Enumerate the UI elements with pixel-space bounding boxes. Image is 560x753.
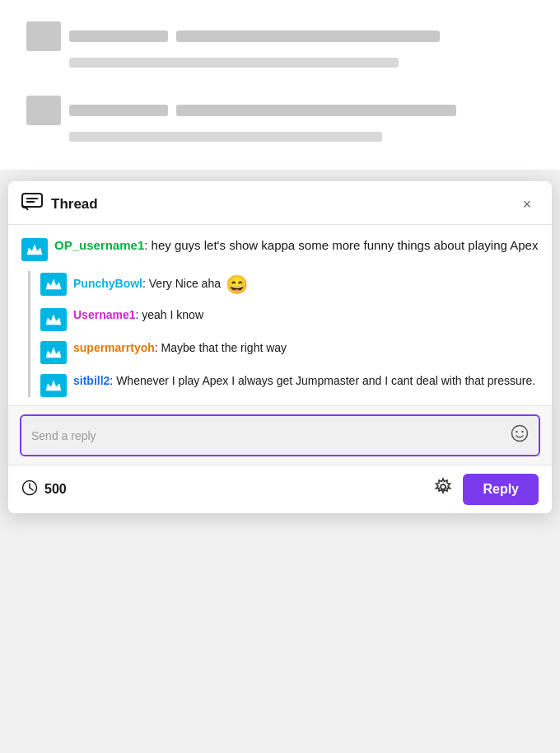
thread-chat-icon xyxy=(21,193,43,216)
username-username1: Username1 xyxy=(73,308,136,321)
reply-item-punchybowl: PunchyBowl: Very Nice aha 😄 xyxy=(40,271,539,298)
op-message: OP_username1: hey guys let's show kappa … xyxy=(21,236,539,261)
svg-point-9 xyxy=(441,484,446,489)
op-username: OP_username1 xyxy=(54,238,144,252)
thread-title: Thread xyxy=(51,196,507,213)
timer-value: 500 xyxy=(44,482,67,497)
reply-content-supermarrtyoh: : Maybe that the right way xyxy=(155,341,287,354)
emoji-picker-button[interactable] xyxy=(511,424,529,447)
username-sitbill2: sitbill2 xyxy=(73,374,110,387)
skeleton-line-2 xyxy=(176,105,456,116)
reply-item-sitbill2: sitbill2: Whenever I play Apex I always … xyxy=(40,372,539,397)
skeleton-avatar-2 xyxy=(26,96,61,125)
reply-text-sitbill2: sitbill2: Whenever I play Apex I always … xyxy=(73,372,539,390)
thread-panel: Thread × OP_username1: hey guys let's sh… xyxy=(8,181,552,513)
username-supermarrtyoh: supermarrtyoh xyxy=(73,341,155,354)
thread-footer: 500 Reply xyxy=(8,465,552,513)
reply-text-supermarrtyoh: supermarrtyoh: Maybe that the right way xyxy=(73,339,539,357)
skeleton-subline-2 xyxy=(69,132,382,142)
reply-input[interactable] xyxy=(31,429,506,442)
skeleton-block-2 xyxy=(69,105,168,116)
reply-crown-punchybowl xyxy=(40,273,67,296)
skeleton-subline-1 xyxy=(69,58,399,68)
username-punchybowl: PunchyBowl xyxy=(73,277,142,290)
op-crown-icon xyxy=(21,238,48,261)
reply-content-username1: : yeah I know xyxy=(136,308,204,321)
input-area xyxy=(8,405,552,465)
close-button[interactable]: × xyxy=(516,193,539,216)
svg-point-5 xyxy=(521,431,523,433)
svg-point-4 xyxy=(516,431,517,433)
timer-icon xyxy=(21,479,38,500)
reply-item-supermarrtyoh: supermarrtyoh: Maybe that the right way xyxy=(40,339,539,364)
footer-timer: 500 xyxy=(21,479,67,500)
reply-crown-sitbill2 xyxy=(40,374,67,397)
thread-body: OP_username1: hey guys let's show kappa … xyxy=(8,225,552,405)
reply-button[interactable]: Reply xyxy=(463,474,539,505)
svg-rect-0 xyxy=(22,194,42,207)
thread-header: Thread × xyxy=(8,181,552,225)
skeleton-avatar-1 xyxy=(26,21,61,51)
reply-text-punchybowl: PunchyBowl: Very Nice aha 😄 xyxy=(73,271,539,298)
svg-point-3 xyxy=(512,426,528,442)
skeleton-block-1 xyxy=(69,30,168,42)
laugh-emoji: 😄 xyxy=(226,271,248,298)
reply-item-username1: Username1: yeah I know xyxy=(40,306,539,331)
input-wrapper xyxy=(20,414,540,456)
footer-actions: Reply xyxy=(433,474,539,505)
replies-section: PunchyBowl: Very Nice aha 😄 Username1: y… xyxy=(28,271,539,397)
skeleton-line-1 xyxy=(176,30,440,42)
op-message-text: : hey guys let's show kappa some more fu… xyxy=(144,238,538,252)
reply-content-sitbill2: : Whenever I play Apex I always get Jump… xyxy=(110,374,535,387)
reply-crown-username1 xyxy=(40,308,67,331)
settings-button[interactable] xyxy=(433,477,453,502)
reply-text-username1: Username1: yeah I know xyxy=(73,306,539,324)
op-text: OP_username1: hey guys let's show kappa … xyxy=(54,236,538,255)
reply-crown-supermarrtyoh xyxy=(40,341,67,364)
svg-line-8 xyxy=(30,488,33,490)
